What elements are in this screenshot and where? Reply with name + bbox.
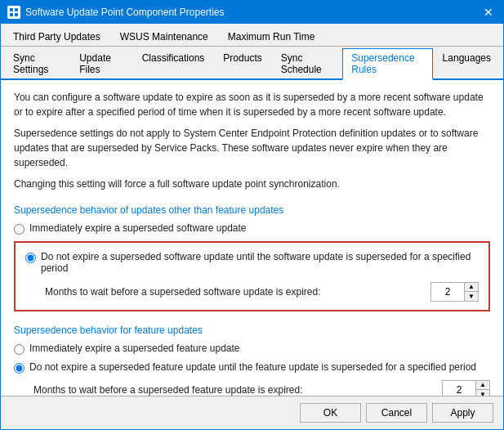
months-label-1: Months to wait before a superseded softw… xyxy=(45,286,321,298)
radio-feature-do-not-expire-label: Do not expire a superseded feature updat… xyxy=(29,361,476,373)
section2-label: Supersedence behavior for feature update… xyxy=(14,325,490,336)
radio-do-not-expire[interactable] xyxy=(25,253,36,263)
tab-row-2: Sync Settings Update Files Classificatio… xyxy=(1,47,503,80)
tab-sync-schedule[interactable]: Sync Schedule xyxy=(272,48,342,78)
spinner-buttons-2: ▲ ▼ xyxy=(475,381,489,396)
title-bar: Software Update Point Component Properti… xyxy=(1,1,503,24)
paragraph-3: Changing this setting will force a full … xyxy=(14,177,490,191)
ok-button[interactable]: OK xyxy=(300,403,361,423)
radio-feature-do-not-expire[interactable] xyxy=(14,363,25,374)
svg-rect-3 xyxy=(15,13,18,16)
svg-rect-0 xyxy=(10,8,13,11)
main-window: Software Update Point Component Properti… xyxy=(0,0,504,430)
radio-feature-expire-immediately-label: Immediately expire a superseded feature … xyxy=(29,343,240,354)
apply-button[interactable]: Apply xyxy=(432,403,493,423)
spinner-down-2[interactable]: ▼ xyxy=(476,390,489,396)
section1-label: Supersedence behavior of updates other t… xyxy=(14,204,490,216)
svg-rect-1 xyxy=(15,8,18,11)
highlighted-section: Do not expire a superseded software upda… xyxy=(14,241,490,311)
radio-expire-immediately-label: Immediately expire a superseded software… xyxy=(29,222,246,234)
spinner-up-2[interactable]: ▲ xyxy=(476,381,489,390)
radio-expire-immediately[interactable] xyxy=(14,224,25,235)
content-area: You can configure a software update to e… xyxy=(1,80,503,396)
spinner-down-1[interactable]: ▼ xyxy=(465,292,478,301)
tab-products[interactable]: Products xyxy=(214,48,270,78)
svg-rect-2 xyxy=(10,13,13,16)
close-button[interactable]: ✕ xyxy=(480,4,497,20)
months-input-2[interactable] xyxy=(443,381,475,396)
tab-row-1: Third Party Updates WSUS Maintenance Max… xyxy=(1,24,503,47)
tab-languages[interactable]: Languages xyxy=(434,48,500,78)
tab-sync-settings[interactable]: Sync Settings xyxy=(4,48,69,78)
tab-supersedence-rules[interactable]: Supersedence Rules xyxy=(342,48,432,80)
radio-do-not-expire-label: Do not expire a superseded software upda… xyxy=(41,251,479,274)
window-icon xyxy=(7,6,20,19)
tab-update-files[interactable]: Update Files xyxy=(70,48,132,78)
tab-maximum-run-time[interactable]: Maximum Run Time xyxy=(219,27,324,46)
radio-feature-expire-immediately[interactable] xyxy=(14,344,25,355)
months-label-2: Months to wait before a superseded featu… xyxy=(33,384,303,396)
months-spinner-1: ▲ ▼ xyxy=(430,282,479,302)
radio-option-do-not-expire: Do not expire a superseded software upda… xyxy=(25,251,479,274)
months-spinner-2: ▲ ▼ xyxy=(442,380,490,396)
window-title: Software Update Point Component Properti… xyxy=(25,7,480,18)
tab-third-party-updates[interactable]: Third Party Updates xyxy=(4,27,109,46)
months-input-1[interactable] xyxy=(431,283,464,301)
tab-wsus-maintenance[interactable]: WSUS Maintenance xyxy=(111,27,217,46)
months-row-2: Months to wait before a superseded featu… xyxy=(14,380,490,396)
radio-option-feature-expire-immediately: Immediately expire a superseded feature … xyxy=(14,343,490,355)
button-bar: OK Cancel Apply xyxy=(1,396,503,429)
spinner-up-1[interactable]: ▲ xyxy=(465,283,478,292)
radio-option-feature-do-not-expire: Do not expire a superseded feature updat… xyxy=(14,361,490,374)
paragraph-2: Supersedence settings do not apply to Sy… xyxy=(14,126,490,170)
months-row-1: Months to wait before a superseded softw… xyxy=(25,282,479,302)
paragraph-1: You can configure a software update to e… xyxy=(14,90,490,119)
spinner-buttons-1: ▲ ▼ xyxy=(464,283,478,301)
radio-option-expire-immediately: Immediately expire a superseded software… xyxy=(14,222,490,235)
cancel-button[interactable]: Cancel xyxy=(366,403,427,423)
tab-classifications[interactable]: Classifications xyxy=(133,48,214,78)
